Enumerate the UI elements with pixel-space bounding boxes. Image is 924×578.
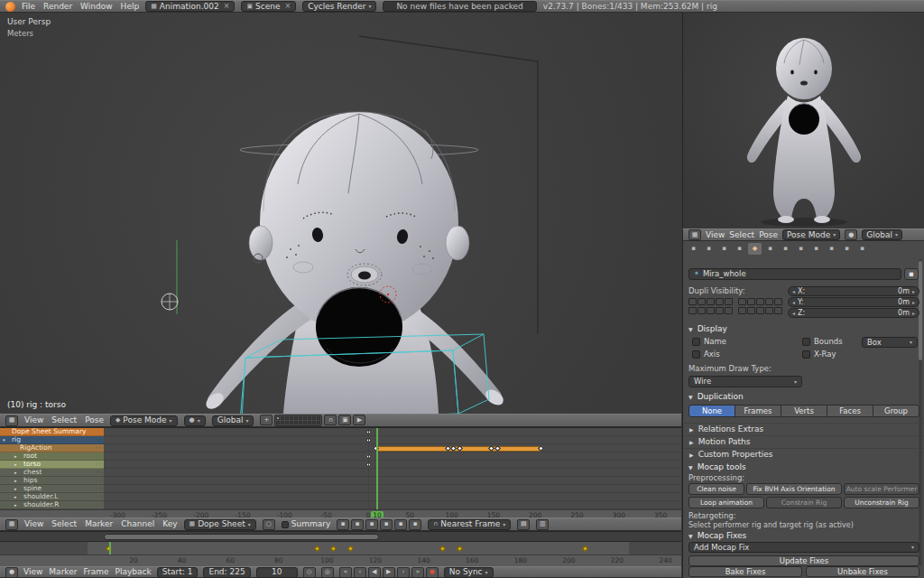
duplication-panel-header[interactable]: ▼Duplication <box>688 393 744 401</box>
tab-object-data-icon[interactable]: ▪ <box>794 243 808 255</box>
dupli-visibility-layer-toggle[interactable] <box>738 298 746 305</box>
filter-name-icon[interactable]: ▪ <box>337 519 349 530</box>
duplication-group-button[interactable]: Group <box>873 405 919 417</box>
viewport-shading-selector[interactable]: ●▾ <box>184 415 206 426</box>
topbar-menu-help[interactable]: Help <box>121 3 140 11</box>
screen-layout-selector[interactable]: ▦ Animation.002 × <box>145 1 235 12</box>
summary-toggle[interactable]: Summary <box>282 520 331 528</box>
dupli-visibility-layer-toggle[interactable] <box>774 307 782 314</box>
channel-torso[interactable]: ▸torso· · <box>0 461 104 469</box>
dopesheet-menu-marker[interactable]: Marker <box>85 520 113 528</box>
play-button[interactable]: ▶ <box>383 567 395 578</box>
tab-particles-icon[interactable]: ▪ <box>840 243 854 255</box>
scene-selector[interactable]: ▣ Scene × <box>241 1 296 12</box>
keying-set-icon[interactable]: ◇ <box>303 567 316 578</box>
channel-hips[interactable]: ▸hips· · <box>0 477 104 485</box>
unconstrain-rig-button[interactable]: Unconstrain Rig <box>844 497 919 508</box>
copy-keyframes-icon[interactable]: ▤ <box>517 519 530 530</box>
timeline-ruler[interactable]: 20406080100120140160180200220240 <box>0 555 681 566</box>
tab-scene-icon[interactable]: ▪ <box>717 243 731 255</box>
mode-selector[interactable]: ◆ Pose Mode▾ <box>110 415 178 426</box>
channel-rig[interactable]: ▾rig· · <box>0 436 104 444</box>
blender-logo-icon[interactable] <box>5 2 15 12</box>
jump-to-end-button[interactable]: » <box>411 567 424 578</box>
current-frame-field[interactable]: 10 <box>256 567 298 578</box>
manipulator-icon[interactable]: + <box>260 415 273 425</box>
dupli-x-slider[interactable]: ◂X:0m▸ <box>788 286 919 296</box>
tab-texture-icon[interactable]: ▪ <box>825 243 838 255</box>
constrain-rig-button[interactable]: Constrain Rig <box>766 497 842 508</box>
dupli-visibility-layer-toggle[interactable] <box>774 298 782 305</box>
filter-transform-icon[interactable]: ▪ <box>351 519 364 530</box>
filter-object-icon[interactable]: ▪ <box>380 519 393 530</box>
close-icon[interactable]: × <box>284 3 291 10</box>
bounds-checkbox[interactable] <box>802 338 810 346</box>
dupli-visibility-layer-toggle[interactable] <box>688 307 697 314</box>
current-frame-line[interactable] <box>376 428 378 509</box>
summary-checkbox[interactable] <box>282 521 289 528</box>
dopesheet-menu-view[interactable]: View <box>24 520 43 528</box>
mocap-tools-panel-header[interactable]: ▼Mocap tools <box>688 463 746 471</box>
dupli-visibility-layer-toggle[interactable] <box>688 298 697 305</box>
dupli-visibility-layer-toggle[interactable] <box>725 298 733 305</box>
snap-magnet-icon[interactable]: ∩ <box>324 415 337 425</box>
start-frame-field[interactable]: Start:1 <box>157 567 199 578</box>
duplication-verts-button[interactable]: Verts <box>781 405 827 417</box>
mini-viewport-menu-select[interactable]: Select <box>729 231 754 239</box>
dupli-visibility-layer-toggle[interactable] <box>698 307 706 314</box>
dupli-y-slider[interactable]: ◂Y:0m▸ <box>788 297 919 307</box>
name-checkbox[interactable] <box>692 338 700 346</box>
3d-viewport[interactable]: User Persp Meters (10) rig : torso <box>0 13 681 414</box>
dopesheet-menu-select[interactable]: Select <box>51 520 77 528</box>
render-anim-icon[interactable]: ▶ <box>353 415 365 425</box>
next-keyframe-button[interactable]: › <box>397 567 410 578</box>
tab-render-layers-icon[interactable]: ▪ <box>702 243 716 255</box>
tab-modifiers-icon[interactable]: ▪ <box>779 243 792 255</box>
auto-scale-performer-button[interactable]: Auto scale Performer <box>844 483 919 495</box>
end-frame-field[interactable]: End:225 <box>203 567 250 578</box>
timeline-menu-frame[interactable]: Frame <box>83 568 108 576</box>
viewport-shading-icon[interactable]: ● <box>845 229 857 240</box>
tab-world-icon[interactable]: ▪ <box>733 243 746 255</box>
editor-type-icon[interactable]: ● <box>5 567 18 578</box>
topbar-menu-render[interactable]: Render <box>43 3 72 11</box>
display-panel-header[interactable]: ▼Display <box>688 325 727 333</box>
editor-type-icon[interactable]: ▦ <box>688 229 701 240</box>
dupli-visibility-layer-toggle[interactable] <box>738 307 746 314</box>
add-mocap-fix-dropdown[interactable]: Add Mocap Fix▾ <box>688 542 919 553</box>
close-icon[interactable]: × <box>224 3 230 10</box>
bounds-type-dropdown[interactable]: Box▾ <box>862 337 918 348</box>
timeline-menu-view[interactable]: View <box>23 568 42 576</box>
update-fixes-button[interactable]: Update Fixes <box>688 555 919 566</box>
channel-shoulder-r[interactable]: ▸shoulder.R· · <box>0 501 104 509</box>
dupli-visibility-layer-toggle[interactable] <box>765 298 773 305</box>
dopesheet-menu-key[interactable]: Key <box>162 520 177 528</box>
channel-shoulder-l[interactable]: ▸shoulder.L· · <box>0 493 104 501</box>
topbar-menu-window[interactable]: Window <box>80 3 113 11</box>
viewport-menu-view[interactable]: View <box>24 416 43 424</box>
mini-viewport-menu-view[interactable]: View <box>706 231 725 239</box>
dupli-visibility-layer-toggle[interactable] <box>698 298 706 305</box>
dupli-visibility-layer-toggle[interactable] <box>765 307 773 314</box>
render-still-icon[interactable]: ▣ <box>338 415 351 425</box>
duplication-frames-button[interactable]: Frames <box>735 405 781 417</box>
secondary-3d-viewport[interactable] <box>682 13 924 228</box>
object-name-field[interactable]: ✶ Mira_whole <box>688 268 901 280</box>
snap-selector[interactable]: ∩ Nearest Frame▾ <box>428 519 511 530</box>
dupli-visibility-layer-toggle[interactable] <box>716 307 724 314</box>
tab-material-icon[interactable]: ▪ <box>809 243 823 255</box>
duplication-none-button[interactable]: None <box>688 405 735 417</box>
loop-animation-button[interactable]: Loop animation <box>688 497 764 508</box>
dupli-visibility-layer-toggle[interactable] <box>707 298 715 305</box>
pin-id-button[interactable]: ▪ <box>904 268 919 280</box>
dupli-visibility-layer-toggle[interactable] <box>725 307 733 314</box>
channel-rigaction[interactable]: RigAction· · <box>0 444 104 452</box>
panel-relations-extras[interactable]: ▶Relations Extras <box>683 423 924 435</box>
horizontal-scrollbar[interactable] <box>0 531 681 541</box>
dupli-visibility-layer-toggle[interactable] <box>756 307 764 314</box>
timeline-menu-playback[interactable]: Playback <box>116 568 152 576</box>
channel-chest[interactable]: ▸chest· · <box>0 469 104 477</box>
dopesheet-menu-channel[interactable]: Channel <box>121 520 154 528</box>
panel-motion-paths[interactable]: ▶Motion Paths <box>683 435 924 448</box>
character-model-mini[interactable] <box>683 13 924 228</box>
